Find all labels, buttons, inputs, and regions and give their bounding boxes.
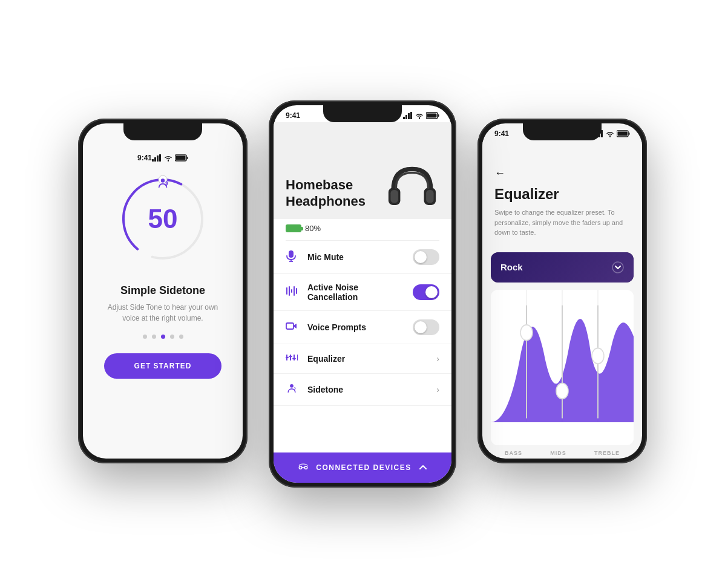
dot-1: [143, 335, 147, 339]
sidetone-chevron: ›: [436, 385, 439, 394]
svg-rect-14: [410, 112, 412, 119]
hp-battery: 80%: [274, 219, 451, 240]
headphone-image: [385, 161, 439, 209]
phone-center-screen: 9:41: [274, 105, 451, 483]
dial-container: 50: [114, 171, 211, 267]
time-right: 9:41: [494, 129, 509, 138]
svg-point-10: [161, 178, 165, 182]
svg-rect-22: [289, 250, 294, 258]
eq-preset-selector[interactable]: Rock: [491, 252, 634, 283]
battery-icon-r: [617, 130, 630, 137]
anc-toggle[interactable]: [413, 284, 439, 300]
eq-back-button[interactable]: ←: [494, 167, 630, 180]
signal-icon: [152, 154, 162, 162]
wifi-icon-c: [415, 112, 424, 119]
notch-center: [323, 105, 402, 122]
svg-rect-21: [426, 190, 433, 203]
battery-status-icon: [286, 224, 301, 232]
dial-person-icon: [156, 177, 169, 193]
setting-sidetone[interactable]: Sidetone ›: [274, 374, 451, 406]
dot-5: [179, 335, 183, 339]
svg-point-40: [304, 466, 307, 469]
time-left: 9:41: [137, 154, 152, 162]
eq-chart-area: [491, 290, 634, 446]
mic-mute-toggle[interactable]: [413, 249, 439, 265]
eq-preset-label: Rock: [500, 262, 523, 272]
svg-rect-47: [629, 132, 630, 135]
svg-rect-12: [405, 115, 407, 119]
setting-anc[interactable]: Active NoiseCancellation: [274, 274, 451, 311]
phone-center: 9:41: [269, 100, 456, 488]
setting-voice-prompts[interactable]: Voice Prompts: [274, 311, 451, 344]
screen-headphones: 9:41: [274, 105, 451, 483]
phone-right: 9:41: [477, 119, 647, 463]
connected-devices-footer[interactable]: CONNECTED DEVICES: [274, 452, 451, 483]
eq-label-bass: BASS: [505, 450, 522, 456]
screen-sidetone: 9:41: [83, 123, 243, 459]
wifi-icon: [164, 154, 172, 162]
sidetone-nav-label: Sidetone: [303, 385, 436, 394]
svg-point-56: [520, 324, 533, 340]
eq-labels: BASS MIDS TREBLE: [482, 445, 642, 459]
equalizer-icon: [286, 353, 303, 365]
battery-level: 80%: [305, 224, 321, 233]
voice-prompts-label: Voice Prompts: [303, 322, 413, 332]
anc-icon: [286, 286, 303, 299]
svg-rect-11: [403, 117, 405, 119]
eq-title: Equalizer: [494, 186, 630, 203]
signal-icon-c: [403, 112, 413, 119]
setting-equalizer[interactable]: Equalizer ›: [274, 344, 451, 374]
svg-point-48: [612, 262, 623, 273]
mic-mute-label: Mic Mute: [303, 252, 413, 262]
svg-rect-5: [176, 156, 186, 160]
voice-prompts-icon: [286, 321, 303, 333]
screen-equalizer: 9:41: [482, 123, 642, 459]
battery-icon-left: [175, 154, 188, 162]
notch-left: [123, 123, 202, 140]
svg-point-57: [556, 383, 568, 399]
status-icons-left: [152, 154, 188, 162]
status-bar-left: 9:41: [125, 148, 200, 165]
setting-mic-mute[interactable]: Mic Mute: [274, 241, 451, 274]
devices-icon: [298, 462, 309, 473]
eq-label-treble: TREBLE: [594, 450, 620, 456]
equalizer-nav-label: Equalizer: [303, 354, 436, 364]
svg-rect-3: [159, 154, 161, 162]
battery-icon-c: [426, 112, 439, 119]
svg-point-58: [592, 348, 604, 364]
svg-rect-1: [154, 157, 156, 162]
dial-number: 50: [148, 206, 178, 232]
svg-rect-2: [157, 155, 159, 162]
mic-icon: [286, 250, 303, 264]
svg-rect-30: [286, 323, 294, 329]
svg-rect-0: [152, 159, 154, 162]
sidetone-desc: Adjust Side Tone to hear your own voice …: [83, 302, 243, 324]
eq-subtitle: Swipe to change the equalizer preset. To…: [494, 207, 630, 238]
scene: 9:41: [60, 46, 665, 542]
dot-indicators: [143, 335, 183, 339]
time-center: 9:41: [286, 111, 300, 120]
svg-rect-46: [618, 132, 628, 136]
svg-rect-16: [427, 114, 437, 118]
dot-3: [161, 335, 165, 339]
wifi-icon-r: [606, 130, 614, 137]
svg-rect-19: [390, 190, 398, 203]
phone-left: 9:41: [78, 119, 248, 463]
svg-rect-17: [438, 114, 439, 117]
notch-right: [523, 123, 602, 140]
preset-chevron-down: [612, 261, 624, 273]
get-started-button[interactable]: GET STARTED: [104, 353, 222, 379]
phone-left-screen: 9:41: [83, 123, 243, 459]
sidetone-icon: [286, 382, 303, 397]
svg-point-39: [299, 466, 302, 469]
eq-label-mids: MIDS: [550, 450, 566, 456]
svg-rect-13: [408, 113, 410, 119]
eq-chart-svg: [491, 290, 634, 446]
eq-header: ← Equalizer Swipe to change the equalize…: [482, 140, 642, 245]
connected-devices-label: CONNECTED DEVICES: [316, 463, 412, 472]
hp-header: Homebase Headphones: [274, 122, 451, 219]
voice-prompts-toggle[interactable]: [413, 319, 439, 335]
device-name-line1: Homebase: [286, 177, 366, 193]
equalizer-chevron: ›: [436, 354, 439, 364]
dot-4: [170, 335, 174, 339]
